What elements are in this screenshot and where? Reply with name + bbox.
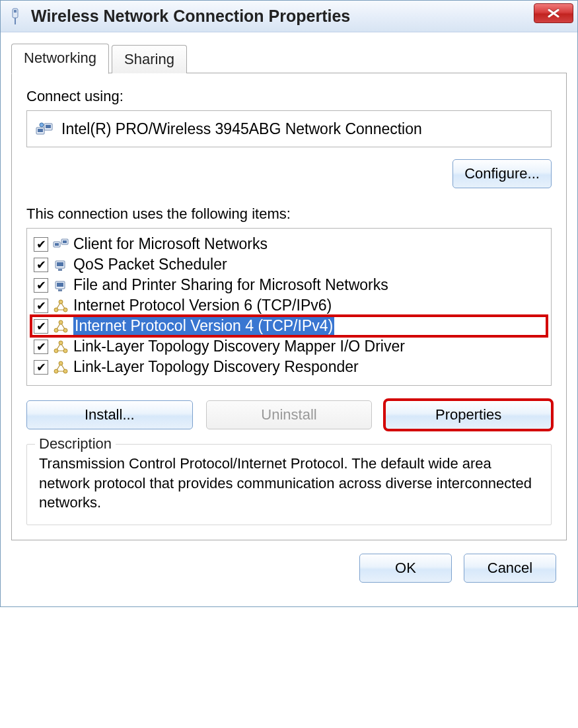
description-text: Transmission Control Protocol/Internet P… xyxy=(39,454,539,513)
svg-point-29 xyxy=(59,361,63,365)
svg-rect-9 xyxy=(55,243,59,246)
client-icon xyxy=(52,237,69,252)
network-adapter-icon xyxy=(7,7,23,26)
item-label: File and Printer Sharing for Microsoft N… xyxy=(73,276,388,294)
protocol-icon xyxy=(52,359,69,375)
svg-rect-17 xyxy=(58,289,62,291)
tab-networking[interactable]: Networking xyxy=(11,44,109,74)
protocol-icon xyxy=(52,298,69,314)
svg-rect-16 xyxy=(57,283,63,287)
item-checkbox[interactable] xyxy=(34,278,48,293)
list-item[interactable]: Link-Layer Topology Discovery Mapper I/O… xyxy=(31,336,547,357)
tab-panel-networking: Connect using: Intel(R) PRO/Wireless 394… xyxy=(11,73,567,540)
protocol-icon xyxy=(52,339,69,355)
list-item[interactable]: File and Printer Sharing for Microsoft N… xyxy=(31,275,547,295)
list-item[interactable]: Internet Protocol Version 6 (TCP/IPv6) xyxy=(31,295,547,316)
service-icon xyxy=(52,257,69,273)
item-label: Link-Layer Topology Discovery Mapper I/O… xyxy=(73,338,405,355)
item-label: QoS Packet Scheduler xyxy=(73,256,227,273)
svg-rect-1 xyxy=(14,10,17,13)
svg-rect-11 xyxy=(63,240,67,243)
close-button[interactable] xyxy=(534,3,573,23)
connect-using-label: Connect using: xyxy=(26,88,552,105)
tab-sharing[interactable]: Sharing xyxy=(112,45,187,73)
adapter-name: Intel(R) PRO/Wireless 3945ABG Network Co… xyxy=(61,120,422,138)
item-checkbox[interactable] xyxy=(34,237,48,252)
item-label: Internet Protocol Version 6 (TCP/IPv6) xyxy=(73,297,332,314)
titlebar: Wireless Network Connection Properties xyxy=(1,1,577,32)
window-title: Wireless Network Connection Properties xyxy=(31,7,350,26)
item-checkbox[interactable] xyxy=(34,319,48,334)
item-label: Client for Microsoft Networks xyxy=(73,235,268,253)
svg-point-26 xyxy=(59,341,63,345)
items-label: This connection uses the following items… xyxy=(26,205,552,223)
item-label: Link-Layer Topology Discovery Responder xyxy=(73,358,359,376)
properties-button[interactable]: Properties xyxy=(385,400,552,429)
svg-rect-14 xyxy=(58,269,62,271)
svg-point-23 xyxy=(59,320,63,324)
dialog-button-row: OK Cancel xyxy=(11,540,567,596)
list-item[interactable]: Internet Protocol Version 4 (TCP/IPv4) xyxy=(31,316,547,336)
svg-point-20 xyxy=(59,300,63,304)
item-checkbox[interactable] xyxy=(34,360,48,375)
uninstall-button: Uninstall xyxy=(206,400,373,429)
list-item[interactable]: QoS Packet Scheduler xyxy=(31,254,547,275)
svg-rect-13 xyxy=(57,262,63,266)
list-item[interactable]: Client for Microsoft Networks xyxy=(31,234,547,254)
client-area: Networking Sharing Connect using: Intel(… xyxy=(1,32,577,606)
list-item[interactable]: Link-Layer Topology Discovery Responder xyxy=(31,357,547,377)
install-button[interactable]: Install... xyxy=(26,400,193,429)
item-checkbox[interactable] xyxy=(34,299,48,313)
cancel-button[interactable]: Cancel xyxy=(464,554,556,583)
items-list[interactable]: Client for Microsoft NetworksQoS Packet … xyxy=(26,228,552,386)
svg-point-7 xyxy=(40,123,44,127)
protocol-icon xyxy=(52,318,69,334)
item-label: Internet Protocol Version 4 (TCP/IPv4) xyxy=(73,317,334,335)
ok-button[interactable]: OK xyxy=(359,554,452,583)
item-checkbox[interactable] xyxy=(34,340,48,354)
svg-rect-4 xyxy=(38,129,43,132)
adapter-field[interactable]: Intel(R) PRO/Wireless 3945ABG Network Co… xyxy=(26,110,552,147)
configure-button[interactable]: Configure... xyxy=(452,159,552,188)
description-group: Description Transmission Control Protoco… xyxy=(26,444,552,525)
item-checkbox[interactable] xyxy=(34,258,48,272)
description-legend: Description xyxy=(35,435,116,453)
service-icon xyxy=(52,277,69,293)
svg-rect-6 xyxy=(46,125,51,128)
tab-strip: Networking Sharing xyxy=(11,43,567,73)
window: Wireless Network Connection Properties N… xyxy=(0,0,578,607)
adapter-icon xyxy=(35,121,54,137)
